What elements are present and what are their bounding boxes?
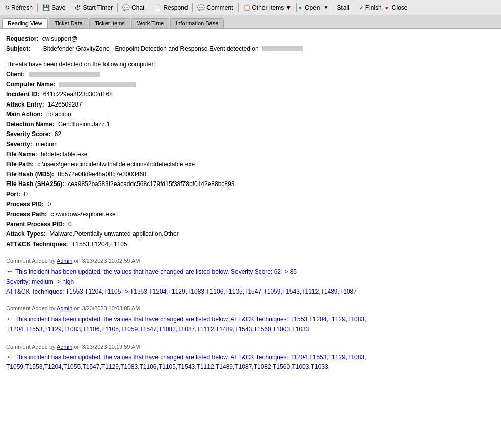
- file-hash-sha256-line: File Hash (SHA256): cea9852ba583f2eacadd…: [6, 179, 495, 189]
- detection-name-value: Gen:Illusion.Jazz.1: [58, 121, 110, 128]
- comment-3-author[interactable]: Admin: [57, 344, 72, 350]
- comment-1-body: ←This incident has been updated, the val…: [6, 266, 495, 296]
- comment-button[interactable]: 💬 Comment: [195, 3, 235, 12]
- comment-2-body: ←This incident has been updated, the val…: [6, 313, 495, 334]
- timer-icon: ⏱: [75, 4, 81, 11]
- parent-process-pid-line: Parent Process PID: 0: [6, 220, 495, 229]
- process-pid-line: Process PID: 0: [6, 200, 495, 209]
- severity-score-line: Severity Score: 62: [6, 129, 495, 139]
- attack-types-line: Attack Types: Malware,Potentially unwant…: [6, 229, 495, 239]
- subject-value: Bitdefender GravityZone - Endpoint Detec…: [43, 45, 259, 52]
- sep6: [238, 3, 239, 12]
- respond-icon: 📄: [154, 4, 162, 11]
- attack-entry-value: 1426509287: [48, 101, 82, 108]
- severity-line: Severity: medium: [6, 140, 495, 149]
- comment-1-arrow: ←: [6, 266, 13, 277]
- tab-ticket-data[interactable]: Ticket Data: [49, 18, 88, 28]
- process-path-label: Process Path:: [6, 210, 47, 218]
- comment-3-body: ←This incident has been updated, the val…: [6, 352, 495, 372]
- tab-work-time[interactable]: Work Time: [131, 18, 169, 28]
- attack-entry-label: Attack Entry:: [6, 101, 44, 108]
- open-split-button: Open ▼: [303, 3, 330, 12]
- file-name-label: File Name:: [6, 151, 37, 158]
- stall-button[interactable]: Stall: [334, 3, 351, 12]
- comment-3-header: Comment Added by Admin on 3/23/2023 10:1…: [6, 344, 495, 350]
- attck-techniques-value: T1553,T1204,T1105: [72, 241, 127, 248]
- requestor-value: cw.support@: [42, 35, 78, 42]
- incident-id-line: Incident ID: 641c229ea8f23d302d168: [6, 90, 495, 99]
- file-path-label: File Path:: [6, 161, 34, 168]
- respond-button[interactable]: 📄 Respond: [151, 3, 190, 12]
- chat-button[interactable]: 💬 Chat: [120, 3, 147, 12]
- open-status-dot: ●: [299, 5, 302, 10]
- sep1: [37, 3, 38, 12]
- comment-1-header: Comment Added by Admin on 3/23/2023 10:0…: [6, 258, 495, 264]
- finish-button[interactable]: ✓ Finish: [356, 3, 384, 12]
- parent-process-pid-label: Parent Process PID:: [6, 221, 65, 228]
- close-button[interactable]: Close: [389, 3, 410, 12]
- save-button[interactable]: 💾 Save: [40, 3, 68, 12]
- finish-icon: ✓: [359, 4, 364, 11]
- detection-name-line: Detection Name: Gen:Illusion.Jazz.1: [6, 120, 495, 129]
- sep8: [332, 3, 332, 12]
- sep9: [354, 3, 354, 12]
- comment-2-author[interactable]: Admin: [57, 305, 72, 311]
- main-content: Requestor: cw.support@ Subject: Bitdefen…: [0, 29, 501, 448]
- computer-name-label: Computer Name:: [6, 81, 56, 88]
- attack-entry-line: Attack Entry: 1426509287: [6, 100, 495, 110]
- tab-reading-view[interactable]: Reading View: [2, 18, 48, 28]
- detection-name-label: Detection Name:: [6, 121, 55, 128]
- comment-icon: 💬: [197, 4, 205, 11]
- refresh-button[interactable]: ↻ Refresh: [2, 3, 35, 12]
- tabs-bar: Reading View Ticket Data Ticket Items Wo…: [0, 15, 501, 29]
- main-action-line: Main Action: no action: [6, 110, 495, 119]
- requestor-label: Requestor:: [6, 35, 38, 42]
- sep4: [149, 3, 149, 12]
- client-label: Client:: [6, 71, 25, 78]
- comment-3-arrow: ←: [6, 352, 13, 363]
- client-line: Client:: [6, 70, 495, 80]
- subject-label: Subject:: [6, 45, 30, 52]
- process-path-line: Process Path: c:\windows\explorer.exe: [6, 209, 495, 219]
- file-hash-sha256-label: File Hash (SHA256):: [6, 180, 64, 188]
- attack-types-value: Malware,Potentially unwanted application…: [49, 230, 178, 238]
- incident-id-value: 641c229ea8f23d302d168: [43, 91, 113, 98]
- sep3: [117, 3, 118, 12]
- comment-1-author[interactable]: Admin: [57, 258, 72, 264]
- file-name-line: File Name: hddetectable.exe: [6, 150, 495, 160]
- incident-id-label: Incident ID:: [6, 91, 39, 98]
- main-action-value: no action: [46, 111, 71, 118]
- open-button[interactable]: Open: [303, 3, 322, 12]
- attck-techniques-label: ATT&CK Techniques:: [6, 241, 68, 248]
- tab-ticket-items[interactable]: Ticket Items: [89, 18, 130, 28]
- port-line: Port: 0: [6, 190, 495, 199]
- severity-label: Severity:: [6, 141, 32, 148]
- port-label: Port:: [6, 191, 20, 198]
- tab-information-base[interactable]: Information Base: [170, 18, 224, 28]
- file-path-line: File Path: c:\users\genericincidentwitha…: [6, 160, 495, 169]
- start-timer-button[interactable]: ⏱ Start Timer: [72, 3, 115, 12]
- file-path-value: c:\users\genericincidentwithalldetection…: [37, 161, 195, 168]
- save-icon: 💾: [42, 4, 50, 11]
- body-intro: Threats have been detected on the follow…: [6, 60, 495, 69]
- main-action-label: Main Action:: [6, 111, 43, 118]
- file-hash-sha256-value: cea9852ba583f2eacaddc568c179fd15f38f78bf…: [68, 180, 234, 188]
- attack-types-label: Attack Types:: [6, 230, 46, 238]
- requestor-line: Requestor: cw.support@: [6, 34, 495, 44]
- other-items-icon: 📋: [243, 4, 251, 11]
- refresh-icon: ↻: [5, 4, 10, 11]
- file-name-value: hddetectable.exe: [41, 151, 87, 158]
- other-items-button[interactable]: 📋 Other Items ▼: [241, 3, 295, 12]
- severity-value: medium: [36, 141, 58, 148]
- comment-2-header: Comment Added by Admin on 3/23/2023 10:0…: [6, 305, 495, 311]
- comment-2-arrow: ←: [6, 313, 13, 325]
- computer-name-redacted: [59, 82, 136, 87]
- open-dropdown-button[interactable]: ▼: [322, 4, 330, 11]
- client-redacted: [29, 72, 100, 77]
- sep5: [192, 3, 193, 12]
- subject-line: Subject: Bitdefender GravityZone - Endpo…: [6, 44, 495, 54]
- process-pid-value: 0: [47, 201, 51, 208]
- parent-process-pid-value: 0: [68, 221, 72, 228]
- severity-score-label: Severity Score:: [6, 130, 50, 138]
- chat-icon: 💬: [122, 4, 130, 11]
